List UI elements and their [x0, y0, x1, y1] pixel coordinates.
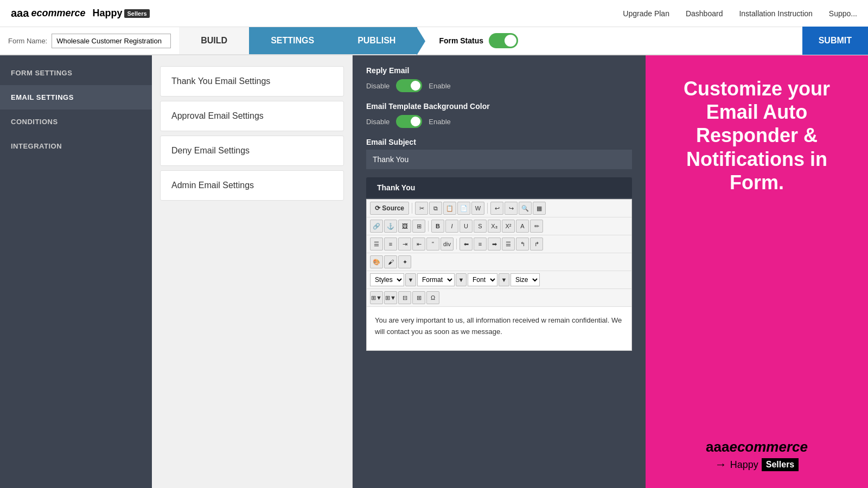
link-button[interactable]: 🔗	[370, 220, 383, 233]
nav-support[interactable]: Suppo...	[829, 9, 857, 18]
promo-logo-aaa: aaa	[706, 439, 729, 455]
form-status-label: Form Status	[439, 36, 483, 45]
promo-logo: aaaecommerce → Happy Sellers	[706, 439, 808, 472]
thank-you-tab[interactable]: Thank You	[366, 177, 632, 198]
color2-button[interactable]: 🎨	[370, 255, 383, 268]
paste-text-button[interactable]: 📄	[457, 202, 470, 215]
editor-toolbar-row1: ⟳ Source ✂ ⧉ 📋 📄 W ↩ ↪ 🔍 ▦	[367, 200, 631, 217]
email-subject-label: Email Subject	[366, 138, 632, 146]
div-btn[interactable]: div	[441, 237, 454, 251]
sidebar-item-conditions[interactable]: CONDITIONS	[0, 110, 152, 134]
tab-publish[interactable]: PUBLISH	[336, 27, 417, 54]
email-subject-input[interactable]	[366, 150, 632, 169]
table-tool4[interactable]: ⊞	[412, 291, 425, 304]
align-justify[interactable]: ☰	[502, 237, 515, 251]
table-tool3[interactable]: ⊟	[398, 291, 411, 304]
table-tool2[interactable]: ⊞▼	[384, 291, 397, 304]
rtl-btn[interactable]: ↰	[516, 237, 529, 251]
logo-aaa: aaa	[11, 7, 29, 20]
paste-word-button[interactable]: W	[471, 202, 484, 215]
italic-button[interactable]: I	[445, 220, 458, 233]
image-button[interactable]: 🖼	[398, 220, 411, 233]
logo-ecommerce: ecommerce	[31, 8, 85, 19]
bg-color-toggle[interactable]	[396, 115, 422, 128]
nav-upgrade[interactable]: Upgrade Plan	[623, 9, 669, 18]
special-char[interactable]: Ω	[426, 291, 439, 304]
format-select[interactable]: Format	[417, 273, 455, 286]
find-button[interactable]: 🔍	[519, 202, 532, 215]
indent-btn[interactable]: ⇥	[398, 237, 411, 251]
align-left[interactable]: ⬅	[459, 237, 473, 251]
anchor-button[interactable]: ⚓	[384, 220, 397, 233]
blockquote-btn[interactable]: "	[426, 237, 439, 251]
submit-button[interactable]: SUBMIT	[802, 27, 868, 55]
list-ordered[interactable]: ≡	[384, 237, 397, 251]
table-tool1[interactable]: ⊞▼	[370, 291, 383, 304]
redo-button[interactable]: ↪	[505, 202, 518, 215]
editor-toolbar-row2: 🔗 ⚓ 🖼 ⊞ B I U S X₂ X² A ✏	[367, 217, 631, 235]
list-unordered[interactable]: ☰	[370, 237, 383, 251]
strike-button[interactable]: S	[474, 220, 487, 233]
styles-dropdown[interactable]: ▼	[405, 273, 416, 286]
subscript-button[interactable]: X₂	[488, 220, 501, 233]
underline-button[interactable]: U	[459, 220, 473, 233]
font-dropdown[interactable]: ▼	[499, 273, 509, 286]
font-select[interactable]: Font	[468, 273, 497, 286]
size-select[interactable]: Size	[510, 273, 540, 286]
editor-toolbar-row6: ⊞▼ ⊞▼ ⊟ ⊞ Ω	[367, 289, 631, 307]
promo-text: Customize your Email Auto Responder & No…	[662, 77, 852, 194]
cut-button[interactable]: ✂	[415, 202, 428, 215]
email-section-admin[interactable]: Admin Email Settings	[160, 170, 344, 201]
outdent-btn[interactable]: ⇤	[412, 237, 425, 251]
form-status-toggle[interactable]	[489, 33, 518, 48]
separator1	[412, 203, 412, 214]
undo-button[interactable]: ↩	[490, 202, 503, 215]
toolbar-tabs: BUILD SETTINGS PUBLISH	[179, 27, 417, 54]
styles-select[interactable]: Styles	[370, 273, 404, 286]
nav-installation[interactable]: Installation Instruction	[739, 9, 812, 18]
right-panel: Reply Email Disable Enable Email Templat…	[353, 55, 646, 488]
editor-container: ⟳ Source ✂ ⧉ 📋 📄 W ↩ ↪ 🔍 ▦ 🔗 ⚓ 🖼 ⊞	[366, 199, 632, 351]
bg-color-toggle-row: Disable Enable	[366, 115, 632, 128]
align-right[interactable]: ➡	[488, 237, 501, 251]
email-section-deny[interactable]: Deny Email Settings	[160, 136, 344, 166]
copy-button[interactable]: ⧉	[429, 202, 442, 215]
promo-sellers: Sellers	[762, 458, 799, 471]
tab-build[interactable]: BUILD	[179, 27, 249, 54]
color-button[interactable]: A	[516, 220, 529, 233]
format-dropdown[interactable]: ▼	[456, 273, 467, 286]
reply-email-disable-label: Disable	[366, 82, 390, 90]
align-center[interactable]: ≡	[474, 237, 487, 251]
sidebar: FORM SETTINGS EMAIL SETTINGS CONDITIONS …	[0, 55, 152, 488]
thank-you-tab-text: Thank You	[377, 183, 415, 192]
reply-email-label: Reply Email	[366, 66, 632, 75]
form-name-input[interactable]	[52, 34, 171, 48]
editor-content-area[interactable]: You are very important to us, all inform…	[367, 307, 631, 350]
form-toolbar: Form Name: BUILD SETTINGS PUBLISH Form S…	[0, 27, 868, 55]
sidebar-item-form-settings[interactable]: FORM SETTINGS	[0, 61, 152, 85]
reply-email-toggle[interactable]	[396, 79, 422, 92]
bold-button[interactable]: B	[431, 220, 444, 233]
bgcolor-button[interactable]: ✏	[530, 220, 543, 233]
center-panel: Thank You Email Settings Approval Email …	[152, 55, 353, 488]
paste-button[interactable]: 📋	[443, 202, 456, 215]
separator2	[487, 203, 488, 214]
tab-settings[interactable]: SETTINGS	[249, 27, 336, 54]
table-button[interactable]: ⊞	[412, 220, 425, 233]
source-button[interactable]: ⟳ Source	[370, 202, 409, 215]
superscript-button[interactable]: X²	[502, 220, 515, 233]
editor-toolbar-row3: ☰ ≡ ⇥ ⇤ " div ⬅ ≡ ➡ ☰ ↰ ↱	[367, 235, 631, 253]
nav-dashboard[interactable]: Dashboard	[686, 9, 723, 18]
bg-disable-label: Disable	[366, 118, 390, 126]
email-section-thank-you[interactable]: Thank You Email Settings	[160, 66, 344, 97]
ltr-btn[interactable]: ↱	[530, 237, 543, 251]
form-name-area: Form Name:	[0, 34, 179, 48]
sidebar-item-email-settings[interactable]: EMAIL SETTINGS	[0, 85, 152, 110]
main-content: FORM SETTINGS EMAIL SETTINGS CONDITIONS …	[0, 55, 868, 488]
logo-sellers: Sellers	[124, 9, 149, 18]
remove-format[interactable]: ✦	[398, 255, 411, 268]
bgcolor2-button[interactable]: 🖌	[384, 255, 397, 268]
select-all-button[interactable]: ▦	[533, 202, 546, 215]
email-section-approval[interactable]: Approval Email Settings	[160, 101, 344, 131]
sidebar-item-integration[interactable]: INTEGRATION	[0, 134, 152, 158]
